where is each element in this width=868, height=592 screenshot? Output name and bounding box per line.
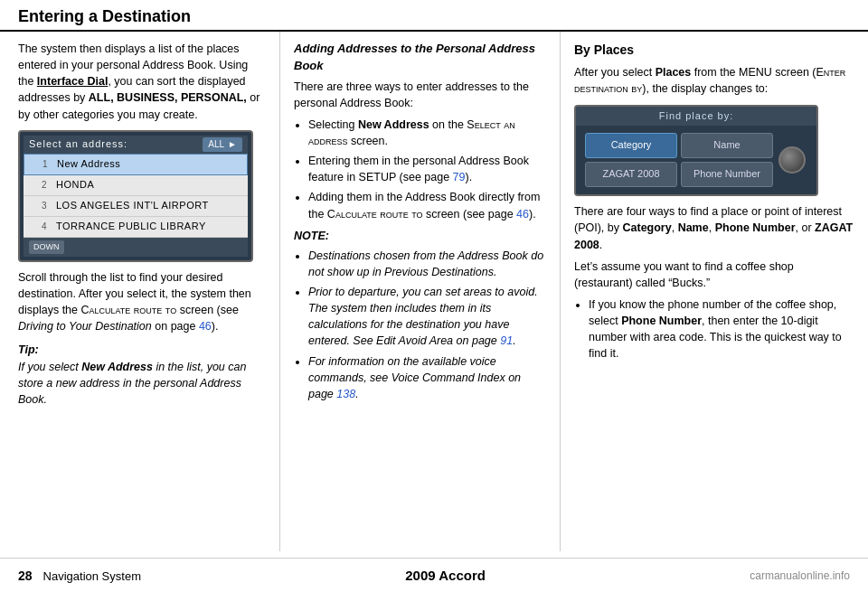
middle-intro: There are three ways to enter addresses … [294, 79, 546, 111]
middle-bullet-3: Adding them in the Address Book directly… [308, 189, 546, 221]
page-number: 28 [18, 569, 33, 583]
nav-titlebar: Select an address: ALL ► [24, 136, 248, 155]
right-intro: After you select Places from the MENU sc… [574, 64, 854, 97]
find-place-grid: Category Name ZAGAT 2008 Phone Number [583, 131, 775, 189]
footer-logo: carmanualonline.info [750, 569, 850, 582]
find-place-category[interactable]: Category [585, 133, 677, 158]
find-place-name[interactable]: Name [681, 133, 773, 158]
right-section-title: By Places [574, 41, 854, 59]
tip-text: Tip: If you select New Address in the li… [18, 342, 266, 408]
page-title: Entering a Destination [18, 7, 850, 26]
interface-dial [775, 143, 809, 177]
nav-all-badge: ALL ► [203, 137, 242, 153]
four-ways-text: There are four ways to find a place or p… [574, 203, 854, 252]
middle-bullet-2: Entering them in the personal Address Bo… [308, 153, 546, 185]
scroll-text: Scroll through the list to find your des… [18, 269, 266, 335]
page-footer: 28 Navigation System 2009 Accord carmanu… [0, 558, 868, 592]
footer-left: 28 Navigation System [18, 569, 141, 583]
nav-list-item-3[interactable]: 3 LOS ANGELES INT'L AIRPORT [24, 196, 248, 217]
right-bullets: If you know the phone number of the coff… [589, 296, 854, 362]
middle-bullet-1: Selecting New Address on the Select an a… [308, 117, 546, 149]
middle-section-title: Adding Addresses to the Personal Address… [294, 41, 546, 75]
dial-circle [778, 146, 806, 174]
nav-list: 1 New Address 2 HONDA 3 LOS ANGELES INT'… [24, 154, 248, 238]
note-bullet-1: Destinations chosen from the Address Boo… [308, 248, 546, 280]
middle-column: Adding Addresses to the Personal Address… [280, 32, 561, 551]
lets-assume-text: Let’s assume you want to find a coffee s… [574, 258, 854, 291]
nav-screen-title: Select an address: [29, 137, 127, 152]
tip-section: Tip: If you select New Address in the li… [18, 342, 266, 408]
nav-list-item-1[interactable]: 1 New Address [24, 154, 248, 175]
left-column: The system then displays a list of the p… [0, 32, 280, 551]
left-intro-text: The system then displays a list of the p… [18, 41, 266, 123]
note-bullet-2: Prior to departure, you can set areas to… [308, 284, 546, 350]
find-place-zagat[interactable]: ZAGAT 2008 [585, 162, 677, 187]
nav-list-item-4[interactable]: 4 TORRANCE PUBLIC LIBRARY [24, 217, 248, 238]
middle-bullets: Selecting New Address on the Select an a… [308, 117, 546, 222]
note-bullets: Destinations chosen from the Address Boo… [308, 248, 546, 402]
nav-list-item-2[interactable]: 2 HONDA [24, 175, 248, 196]
right-bullet-1: If you know the phone number of the coff… [589, 296, 854, 362]
find-place-screen: Find place by: Category Name ZAGAT 2008 … [574, 105, 818, 197]
footer-center-text: 2009 Accord [141, 568, 750, 583]
nav-screen: Select an address: ALL ► 1 New Address 2… [18, 130, 253, 262]
note-bullet-3: For information on the available voice c… [308, 353, 546, 402]
find-place-content: Category Name ZAGAT 2008 Phone Number [576, 126, 816, 194]
nav-controls: DOWN [24, 238, 248, 257]
right-column: By Places After you select Places from t… [561, 32, 868, 551]
down-button[interactable]: DOWN [29, 240, 64, 254]
chevron-right-icon: ► [228, 138, 237, 152]
footer-nav-label: Navigation System [43, 569, 141, 583]
find-place-titlebar: Find place by: [576, 107, 816, 127]
page-header: Entering a Destination [0, 0, 868, 32]
content-area: The system then displays a list of the p… [0, 32, 868, 551]
find-place-phone[interactable]: Phone Number [681, 162, 773, 187]
note-title: NOTE: [294, 228, 546, 244]
